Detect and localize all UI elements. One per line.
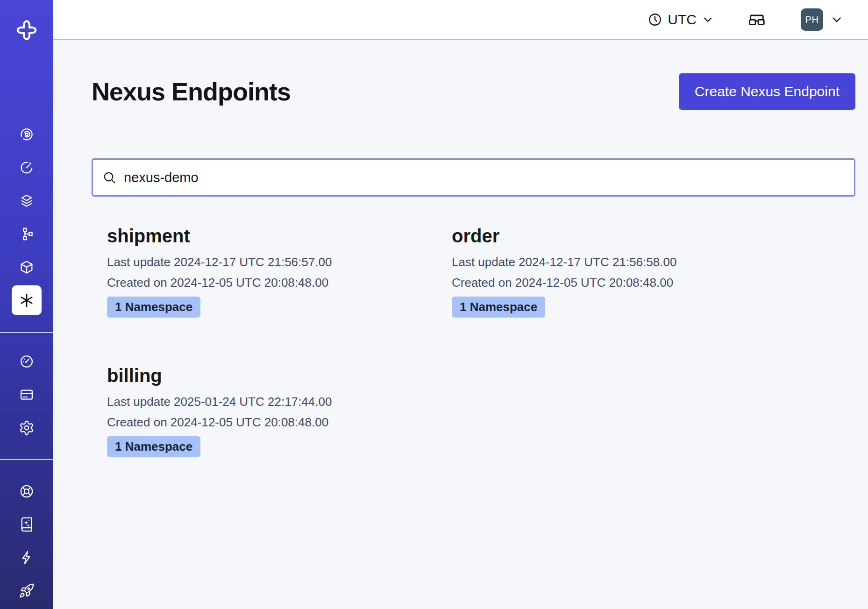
endpoint-last-update: Last update 2024-12-17 UTC 21:56:57.00	[107, 252, 452, 272]
sidebar-item-schedules[interactable]	[0, 151, 53, 184]
sidebar-item-workflows[interactable]	[0, 217, 53, 250]
timezone-selector[interactable]: UTC	[647, 12, 714, 28]
search-icon	[102, 170, 117, 185]
account-menu[interactable]: PH	[801, 8, 843, 31]
labs-mode-button[interactable]	[747, 10, 766, 29]
endpoint-card-billing[interactable]: billing Last update 2025-01-24 UTC 22:17…	[107, 364, 452, 457]
sidebar-item-docs[interactable]	[0, 508, 53, 541]
endpoint-created: Created on 2024-12-05 UTC 20:08:48.00	[452, 272, 797, 293]
sidebar-item-batch[interactable]	[0, 184, 53, 217]
app-root: UTC PH	[0, 0, 868, 609]
lifebuoy-icon	[19, 483, 35, 499]
namespace-badge: 1 Namespace	[452, 297, 545, 318]
endpoint-last-update: Last update 2025-01-24 UTC 22:17:44.00	[107, 391, 452, 412]
endpoint-last-update: Last update 2024-12-17 UTC 21:56:58.00	[452, 252, 797, 272]
credit-card-icon	[19, 387, 35, 403]
rocket-icon	[19, 583, 35, 599]
chevron-down-icon	[830, 13, 843, 26]
sidebar-item-whats-new[interactable]	[0, 574, 53, 607]
endpoint-list: shipment Last update 2024-12-17 UTC 21:5…	[107, 225, 855, 457]
endpoint-card-shipment[interactable]: shipment Last update 2024-12-17 UTC 21:5…	[107, 225, 452, 318]
cube-icon	[19, 259, 35, 275]
main-column: UTC PH	[53, 0, 868, 609]
sidebar-item-support[interactable]	[0, 474, 53, 508]
sidebar	[0, 0, 53, 609]
sidebar-item-settings[interactable]	[0, 411, 53, 444]
namespace-badge: 1 Namespace	[107, 436, 200, 457]
endpoint-name[interactable]: billing	[107, 364, 452, 387]
branch-icon	[19, 226, 35, 242]
layers-icon	[19, 193, 35, 209]
search-box[interactable]	[92, 158, 855, 197]
page-title: Nexus Endpoints	[92, 77, 291, 106]
sidebar-item-usage[interactable]	[0, 345, 53, 378]
book-sparkle-icon	[19, 517, 35, 532]
sidebar-item-deployments[interactable]	[0, 250, 53, 283]
active-nav-highlight	[12, 285, 42, 315]
sidebar-item-billing[interactable]	[0, 378, 53, 411]
timer-icon	[19, 160, 35, 176]
sidebar-item-feedback[interactable]	[0, 541, 53, 574]
temporal-logo-icon	[15, 19, 38, 42]
lightning-icon	[19, 550, 35, 566]
temporal-logo[interactable]	[0, 0, 53, 61]
endpoint-created: Created on 2024-12-05 UTC 20:08:48.00	[107, 272, 452, 293]
page-header: Nexus Endpoints Create Nexus Endpoint	[92, 73, 855, 110]
sidebar-divider	[0, 332, 53, 333]
create-nexus-endpoint-button[interactable]: Create Nexus Endpoint	[679, 73, 855, 110]
chevron-down-icon	[702, 14, 714, 26]
sidebar-nav-account	[0, 345, 53, 444]
glasses-icon	[747, 10, 766, 29]
asterisk-icon	[18, 292, 35, 309]
gauge-icon	[19, 354, 35, 369]
sidebar-nav-primary	[0, 118, 53, 317]
endpoint-created: Created on 2024-12-05 UTC 20:08:48.00	[107, 412, 452, 432]
sidebar-item-namespaces[interactable]	[0, 118, 53, 151]
content-area: Nexus Endpoints Create Nexus Endpoint sh…	[53, 40, 868, 609]
radar-icon	[19, 127, 35, 142]
sidebar-divider	[0, 459, 53, 460]
namespace-badge: 1 Namespace	[107, 297, 200, 318]
sidebar-item-nexus[interactable]	[0, 283, 53, 317]
sidebar-nav-help	[0, 474, 53, 607]
clock-icon	[647, 12, 662, 27]
timezone-label: UTC	[668, 12, 697, 28]
top-bar: UTC PH	[53, 0, 868, 40]
avatar: PH	[801, 8, 823, 31]
endpoint-name[interactable]: shipment	[107, 225, 452, 247]
endpoint-name[interactable]: order	[452, 225, 797, 247]
endpoint-card-order[interactable]: order Last update 2024-12-17 UTC 21:56:5…	[452, 225, 797, 318]
gear-icon	[19, 420, 35, 436]
search-input[interactable]	[124, 170, 845, 185]
